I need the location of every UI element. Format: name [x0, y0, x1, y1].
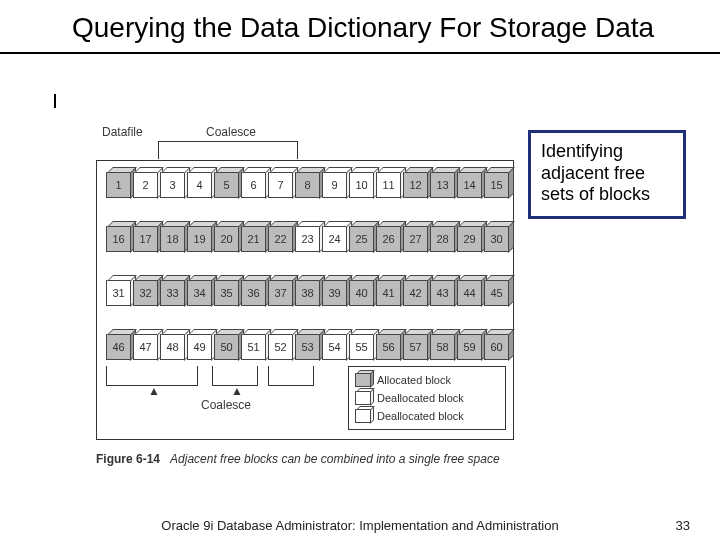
block-number: 41 — [382, 287, 394, 299]
caption-text: Adjacent free blocks can be combined int… — [170, 452, 500, 466]
storage-block: 53 — [295, 334, 320, 360]
coalesce-bottom-label: Coalesce — [201, 398, 251, 412]
storage-block: 1 — [106, 172, 131, 198]
storage-block: 60 — [484, 334, 509, 360]
storage-block: 47 — [133, 334, 158, 360]
storage-block: 22 — [268, 226, 293, 252]
storage-block: 31 — [106, 280, 131, 306]
block-number: 34 — [193, 287, 205, 299]
block-number: 57 — [409, 341, 421, 353]
storage-block: 39 — [322, 280, 347, 306]
storage-block: 41 — [376, 280, 401, 306]
storage-block: 57 — [403, 334, 428, 360]
storage-block: 24 — [322, 226, 347, 252]
storage-block: 50 — [214, 334, 239, 360]
title-tick — [54, 94, 56, 108]
block-row-2: 161718192021222324252627282930 — [106, 226, 511, 258]
block-number: 1 — [115, 179, 121, 191]
storage-block: 9 — [322, 172, 347, 198]
storage-block: 23 — [295, 226, 320, 252]
storage-block: 25 — [349, 226, 374, 252]
block-number: 11 — [382, 179, 394, 191]
block-number: 36 — [247, 287, 259, 299]
block-number: 55 — [355, 341, 367, 353]
block-number: 22 — [274, 233, 286, 245]
block-number: 46 — [112, 341, 124, 353]
storage-block: 18 — [160, 226, 185, 252]
block-number: 40 — [355, 287, 367, 299]
storage-block: 15 — [484, 172, 509, 198]
block-number: 2 — [142, 179, 148, 191]
block-number: 19 — [193, 233, 205, 245]
block-number: 56 — [382, 341, 394, 353]
storage-block: 49 — [187, 334, 212, 360]
figure-caption: Figure 6-14 Adjacent free blocks can be … — [96, 452, 500, 466]
block-number: 51 — [247, 341, 259, 353]
storage-block: 3 — [160, 172, 185, 198]
block-number: 27 — [409, 233, 421, 245]
storage-block: 58 — [430, 334, 455, 360]
block-number: 47 — [139, 341, 151, 353]
block-number: 9 — [331, 179, 337, 191]
storage-block: 51 — [241, 334, 266, 360]
block-number: 60 — [490, 341, 502, 353]
block-number: 4 — [196, 179, 202, 191]
block-number: 52 — [274, 341, 286, 353]
block-number: 39 — [328, 287, 340, 299]
block-number: 35 — [220, 287, 232, 299]
block-number: 33 — [166, 287, 178, 299]
storage-block: 46 — [106, 334, 131, 360]
block-number: 6 — [250, 179, 256, 191]
storage-block: 43 — [430, 280, 455, 306]
legend-label: Allocated block — [377, 374, 451, 386]
storage-block: 10 — [349, 172, 374, 198]
slide-title: Querying the Data Dictionary For Storage… — [0, 0, 720, 52]
legend-box: Allocated blockDeallocated blockDealloca… — [348, 366, 506, 430]
storage-block: 11 — [376, 172, 401, 198]
coalesce-top-bracket — [158, 141, 298, 159]
block-number: 44 — [463, 287, 475, 299]
storage-block: 52 — [268, 334, 293, 360]
legend-row: Allocated block — [355, 371, 499, 389]
block-row-1: 123456789101112131415 — [106, 172, 511, 204]
block-number: 30 — [490, 233, 502, 245]
block-number: 29 — [463, 233, 475, 245]
block-number: 14 — [463, 179, 475, 191]
storage-block: 7 — [268, 172, 293, 198]
callout-box: Identifying adjacent free sets of blocks — [528, 130, 686, 219]
storage-block: 45 — [484, 280, 509, 306]
storage-block: 36 — [241, 280, 266, 306]
storage-block: 59 — [457, 334, 482, 360]
storage-block: 4 — [187, 172, 212, 198]
storage-block: 56 — [376, 334, 401, 360]
block-number: 59 — [463, 341, 475, 353]
caption-prefix: Figure 6-14 — [96, 452, 160, 466]
block-number: 20 — [220, 233, 232, 245]
legend-swatch — [355, 409, 371, 423]
block-number: 5 — [223, 179, 229, 191]
storage-block: 16 — [106, 226, 131, 252]
footer-text: Oracle 9i Database Administrator: Implem… — [0, 518, 720, 533]
storage-block: 8 — [295, 172, 320, 198]
storage-block: 32 — [133, 280, 158, 306]
legend-label: Deallocated block — [377, 392, 464, 404]
storage-block: 30 — [484, 226, 509, 252]
page-number: 33 — [676, 518, 690, 533]
storage-block: 14 — [457, 172, 482, 198]
storage-block: 12 — [403, 172, 428, 198]
storage-block: 48 — [160, 334, 185, 360]
block-number: 7 — [277, 179, 283, 191]
block-number: 18 — [166, 233, 178, 245]
storage-block: 54 — [322, 334, 347, 360]
storage-block: 19 — [187, 226, 212, 252]
block-number: 38 — [301, 287, 313, 299]
callout-text: Identifying adjacent free sets of blocks — [541, 141, 650, 204]
block-number: 26 — [382, 233, 394, 245]
block-number: 50 — [220, 341, 232, 353]
block-number: 24 — [328, 233, 340, 245]
coalesce-top-label: Coalesce — [206, 125, 256, 139]
block-number: 54 — [328, 341, 340, 353]
legend-row: Deallocated block — [355, 407, 499, 425]
storage-block: 17 — [133, 226, 158, 252]
block-number: 3 — [169, 179, 175, 191]
